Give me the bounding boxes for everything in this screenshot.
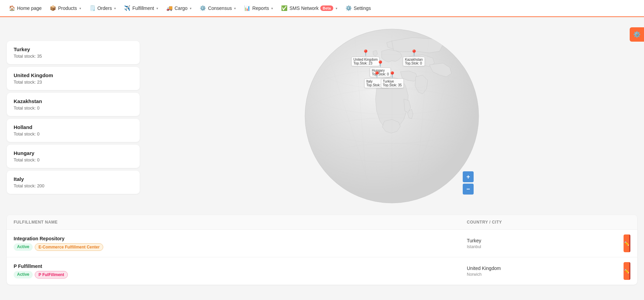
products-icon: 📦 bbox=[50, 5, 56, 11]
edit-button-1[interactable]: ✏️ bbox=[624, 262, 629, 280]
fulfillment-icon: ✈️ bbox=[124, 5, 131, 11]
row-city-0: Istanbul bbox=[467, 244, 610, 249]
pin-kazakhstan[interactable]: 📍 KazakhstanTop.Stok: 0 bbox=[403, 50, 425, 66]
nav-reports[interactable]: 📊 Reports ▾ bbox=[241, 3, 276, 13]
zoom-in-button[interactable]: + bbox=[463, 171, 474, 182]
col-fulfillment-name: FULFILLMENT NAME bbox=[7, 215, 460, 229]
nav-home[interactable]: 🏠 Home page bbox=[5, 3, 45, 13]
table-row: P Fulfillment ActiveP FulFillment United… bbox=[7, 257, 637, 285]
cell-actions-0: ✏️ bbox=[617, 230, 637, 257]
home-icon: 🏠 bbox=[9, 5, 15, 11]
table-header: FULFILLMENT NAME COUNTRY / CITY bbox=[7, 215, 637, 230]
stock-card-name-2: Kazakhstan bbox=[14, 98, 133, 104]
settings-icon: ⚙️ bbox=[346, 5, 352, 11]
fulfillment-chevron: ▾ bbox=[156, 6, 158, 10]
edit-button-0[interactable]: ✏️ bbox=[624, 234, 629, 252]
top-section: Turkey Total stock: 35 United Kingdom To… bbox=[7, 24, 637, 208]
table-row: Integration Repository ActiveE-Commerce … bbox=[7, 230, 637, 257]
pin-turkey[interactable]: 📍 TurkiyeTop.Stok: 35 bbox=[381, 72, 404, 88]
nav-sms[interactable]: ✅ SMS Network Beta ▾ bbox=[278, 3, 340, 13]
action-group-1: ✏️ bbox=[624, 262, 630, 280]
beta-badge: Beta bbox=[320, 5, 333, 11]
nav-consensus[interactable]: ⚙️ Consensus ▾ bbox=[196, 3, 239, 13]
pin-italy-icon: 📍 bbox=[373, 72, 381, 78]
consensus-chevron: ▾ bbox=[234, 6, 236, 10]
zoom-out-button[interactable]: − bbox=[463, 184, 474, 195]
cargo-icon: 🚚 bbox=[166, 5, 173, 11]
cell-name-1: P Fulfillment ActiveP FulFillment bbox=[7, 259, 460, 283]
globe-area: 📍 United KingdomTop.Stok: 23 📍 HungaryTo… bbox=[147, 24, 637, 208]
sms-icon: ✅ bbox=[281, 5, 288, 11]
settings-fab-icon: ⚙️ bbox=[633, 31, 641, 38]
row-country-1: United Kingdom bbox=[467, 266, 610, 271]
pin-uk-icon: 📍 bbox=[362, 50, 369, 56]
col-country-city: COUNTRY / CITY bbox=[460, 215, 617, 229]
pin-turkey-label: TurkiyeTop.Stok: 35 bbox=[381, 78, 404, 88]
nav-consensus-label: Consensus bbox=[208, 5, 232, 11]
pin-kazakhstan-icon: 📍 bbox=[410, 50, 418, 56]
pin-kazakhstan-label: KazakhstanTop.Stok: 0 bbox=[403, 57, 425, 66]
pin-hungary-icon: 📍 bbox=[377, 61, 384, 67]
products-chevron: ▾ bbox=[79, 6, 81, 10]
nav-settings[interactable]: ⚙️ Settings bbox=[342, 3, 374, 13]
nav-cargo[interactable]: 🚚 Cargo ▾ bbox=[163, 3, 195, 13]
tag-active: Active bbox=[14, 271, 33, 278]
nav-orders-label: Orders bbox=[97, 5, 112, 11]
stock-card-total-2: Total stock: 0 bbox=[14, 105, 133, 111]
row-name-0: Integration Repository bbox=[14, 236, 453, 241]
tag-pfulfillment: P FulFillment bbox=[35, 271, 68, 278]
reports-chevron: ▾ bbox=[271, 6, 273, 10]
stock-card-0[interactable]: Turkey Total stock: 35 bbox=[7, 41, 140, 64]
stock-card-total-1: Total stock: 23 bbox=[14, 80, 133, 85]
stock-card-2[interactable]: Kazakhstan Total stock: 0 bbox=[7, 93, 140, 116]
consensus-icon: ⚙️ bbox=[200, 5, 206, 11]
col-actions bbox=[617, 215, 637, 229]
cell-actions-1: ✏️ bbox=[617, 257, 637, 285]
stock-card-name-5: Italy bbox=[14, 176, 133, 182]
action-group-0: ✏️ bbox=[624, 234, 630, 252]
fulfillment-table: FULFILLMENT NAME COUNTRY / CITY Integrat… bbox=[7, 215, 637, 285]
row-country-0: Turkey bbox=[467, 238, 610, 243]
nav-fulfillment-label: Fulfillment bbox=[132, 5, 154, 11]
stock-card-1[interactable]: United Kingdom Total stock: 23 bbox=[7, 67, 140, 90]
nav-orders[interactable]: 🗒️ Orders ▾ bbox=[86, 3, 120, 13]
nav-products-label: Products bbox=[58, 5, 77, 11]
settings-fab-button[interactable]: ⚙️ bbox=[630, 27, 644, 42]
table-body: Integration Repository ActiveE-Commerce … bbox=[7, 230, 637, 285]
tag-ecommerce: E-Commerce Fulfillment Center bbox=[35, 243, 103, 251]
stock-card-name-1: United Kingdom bbox=[14, 72, 133, 78]
nav-settings-label: Settings bbox=[354, 5, 371, 11]
globe-container[interactable]: 📍 United KingdomTop.Stok: 23 📍 HungaryTo… bbox=[300, 24, 484, 208]
stock-card-4[interactable]: Hungary Total stock: 0 bbox=[7, 145, 140, 168]
cargo-chevron: ▾ bbox=[190, 6, 191, 10]
delete-button-1[interactable] bbox=[629, 262, 630, 280]
cell-location-0: Turkey Istanbul bbox=[460, 233, 617, 254]
sms-chevron: ▾ bbox=[336, 6, 337, 10]
zoom-buttons: + − bbox=[463, 171, 474, 195]
stock-card-total-3: Total stock: 0 bbox=[14, 131, 133, 137]
nav-sms-label: SMS Network bbox=[289, 5, 319, 11]
nav-home-label: Home page bbox=[17, 5, 42, 11]
row-tags-1: ActiveP FulFillment bbox=[14, 271, 453, 278]
row-city-1: Norwich bbox=[467, 272, 610, 277]
orders-icon: 🗒️ bbox=[89, 5, 96, 11]
nav-fulfillment[interactable]: ✈️ Fulfillment ▾ bbox=[121, 3, 162, 13]
stock-card-name-0: Turkey bbox=[14, 46, 133, 52]
stock-sidebar: Turkey Total stock: 35 United Kingdom To… bbox=[7, 41, 140, 194]
stock-card-3[interactable]: Holland Total stock: 0 bbox=[7, 119, 140, 142]
stock-card-5[interactable]: Italy Total stock: 200 bbox=[7, 171, 140, 194]
delete-button-0[interactable] bbox=[629, 234, 630, 252]
stock-card-total-4: Total stock: 0 bbox=[14, 157, 133, 162]
cell-name-0: Integration Repository ActiveE-Commerce … bbox=[7, 231, 460, 256]
tag-active: Active bbox=[14, 243, 33, 251]
stock-card-total-5: Total stock: 200 bbox=[14, 183, 133, 188]
stock-card-name-4: Hungary bbox=[14, 150, 133, 156]
reports-icon: 📊 bbox=[244, 5, 250, 11]
row-name-1: P Fulfillment bbox=[14, 263, 453, 269]
navbar: 🏠 Home page 📦 Products ▾ 🗒️ Orders ▾ ✈️ … bbox=[0, 0, 644, 17]
orders-chevron: ▾ bbox=[114, 6, 116, 10]
stock-card-total-0: Total stock: 35 bbox=[14, 54, 133, 59]
globe-svg bbox=[300, 24, 484, 208]
nav-products[interactable]: 📦 Products ▾ bbox=[46, 3, 84, 13]
stock-card-name-3: Holland bbox=[14, 124, 133, 130]
